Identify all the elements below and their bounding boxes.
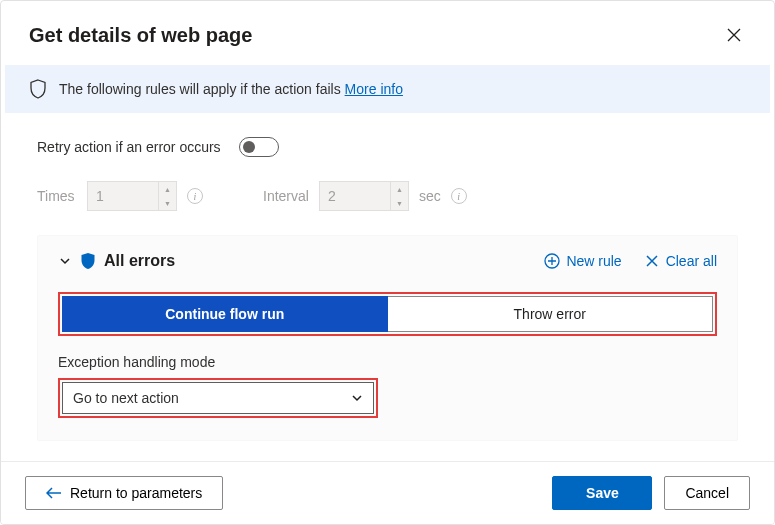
plus-circle-icon: [544, 253, 560, 269]
exception-mode-label: Exception handling mode: [58, 354, 717, 370]
chevron-up-icon: ▲: [391, 182, 408, 196]
info-banner: The following rules will apply if the ac…: [5, 65, 770, 113]
times-value: 1: [88, 188, 158, 204]
shield-icon: [29, 79, 47, 99]
times-stepper: ▲ ▼: [158, 182, 176, 210]
interval-label: Interval: [263, 188, 309, 204]
interval-unit: sec: [419, 188, 441, 204]
banner-text: The following rules will apply if the ac…: [59, 81, 341, 97]
info-icon: i: [187, 188, 203, 204]
interval-input: 2 ▲ ▼: [319, 181, 409, 211]
error-mode-segmented: Continue flow run Throw error: [58, 292, 717, 336]
new-rule-button[interactable]: New rule: [544, 253, 621, 269]
retry-params-row: Times 1 ▲ ▼ i Interval 2 ▲ ▼ sec i: [37, 181, 738, 211]
close-icon: [644, 253, 660, 269]
close-icon: [727, 28, 741, 42]
toggle-knob: [243, 141, 255, 153]
interval-value: 2: [320, 188, 390, 204]
shield-icon: [80, 252, 96, 270]
throw-error-tab[interactable]: Throw error: [388, 296, 714, 332]
retry-row: Retry action if an error occurs: [37, 137, 738, 157]
errors-title: All errors: [104, 252, 175, 270]
cancel-button[interactable]: Cancel: [664, 476, 750, 510]
errors-header: All errors New rule Clear all: [58, 252, 717, 270]
exception-mode-highlight: Go to next action: [58, 378, 378, 418]
continue-flow-run-tab[interactable]: Continue flow run: [62, 296, 388, 332]
arrow-left-icon: [46, 487, 62, 499]
clear-all-button[interactable]: Clear all: [644, 253, 717, 269]
chevron-down-icon: ▼: [391, 196, 408, 210]
retry-toggle[interactable]: [239, 137, 279, 157]
exception-mode-value: Go to next action: [73, 390, 179, 406]
dialog-title: Get details of web page: [29, 24, 252, 47]
chevron-down-icon[interactable]: [58, 254, 72, 268]
more-info-link[interactable]: More info: [345, 81, 403, 97]
chevron-down-icon: ▼: [159, 196, 176, 210]
chevron-up-icon: ▲: [159, 182, 176, 196]
errors-panel: All errors New rule Clear all Continue f…: [37, 235, 738, 441]
dialog-footer: Return to parameters Save Cancel: [1, 461, 774, 524]
return-to-parameters-button[interactable]: Return to parameters: [25, 476, 223, 510]
close-button[interactable]: [718, 19, 750, 51]
chevron-down-icon: [351, 392, 363, 404]
exception-mode-dropdown[interactable]: Go to next action: [62, 382, 374, 414]
times-input: 1 ▲ ▼: [87, 181, 177, 211]
retry-label: Retry action if an error occurs: [37, 139, 221, 155]
times-label: Times: [37, 188, 77, 204]
save-button[interactable]: Save: [552, 476, 652, 510]
info-icon: i: [451, 188, 467, 204]
interval-stepper: ▲ ▼: [390, 182, 408, 210]
dialog-header: Get details of web page: [1, 1, 774, 65]
